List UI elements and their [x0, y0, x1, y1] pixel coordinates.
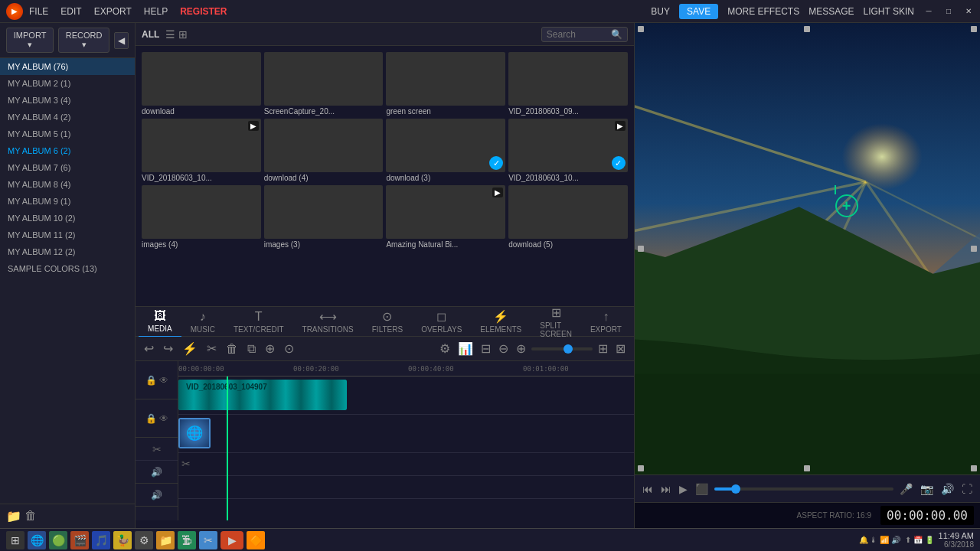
fullscreen-button[interactable]: ⛶: [960, 481, 974, 497]
track-eye-icon[interactable]: 👁: [159, 375, 168, 386]
snapshot-button[interactable]: 📷: [919, 481, 935, 497]
minimize-button[interactable]: ─: [923, 6, 934, 17]
volume-button[interactable]: 🔊: [939, 481, 956, 497]
timeline-grid-button[interactable]: ⊞: [596, 340, 610, 357]
nav-export[interactable]: ↑ EXPORT: [581, 307, 631, 337]
maximize-button[interactable]: □: [943, 6, 954, 17]
panel-collapse-button[interactable]: ◀: [114, 32, 129, 49]
record-button[interactable]: RECORD ▾: [58, 28, 109, 53]
zoom-out-button[interactable]: ⊖: [496, 340, 511, 357]
menu-edit[interactable]: EDIT: [60, 6, 81, 17]
media-item-vid3[interactable]: ▶ ✓ VID_20180603_10...: [508, 119, 628, 182]
media-item-images3[interactable]: images (3): [264, 185, 384, 249]
media-item-download[interactable]: download: [142, 52, 261, 116]
crosshair[interactable]: [835, 194, 858, 217]
media-item-vid1[interactable]: VID_20180603_09...: [508, 52, 628, 116]
track2-lock-icon[interactable]: 🔒: [145, 413, 157, 424]
nav-splitscreen[interactable]: ⊞ SPLIT SCREEN: [531, 302, 581, 341]
media-item-screencapture[interactable]: ScreenCapture_20...: [264, 52, 384, 116]
media-item-download5[interactable]: download (5): [508, 185, 628, 249]
album-item-3[interactable]: MY ALBUM 3 (4): [0, 92, 135, 109]
timeline-snap-button[interactable]: ⊠: [613, 340, 628, 357]
audio2-icon[interactable]: 🔊: [151, 490, 162, 500]
paste-button[interactable]: ⊕: [263, 340, 277, 357]
prev-frame-button[interactable]: ⏭: [659, 481, 673, 497]
taskbar-app1[interactable]: ▶: [220, 531, 243, 549]
track2-eye-icon[interactable]: 👁: [159, 413, 168, 424]
handle-bottom[interactable]: [804, 465, 810, 471]
corner-handle-tl[interactable]: [638, 26, 644, 32]
menu-file[interactable]: FILE: [29, 6, 48, 17]
handle-right[interactable]: [971, 246, 977, 252]
taskbar-chrome[interactable]: 🟢: [49, 531, 67, 549]
timeline-settings-button[interactable]: ⚙: [437, 340, 452, 357]
stop-button[interactable]: ⬛: [694, 481, 710, 497]
list-view-icon[interactable]: ☰: [165, 28, 175, 41]
album-item-4[interactable]: MY ALBUM 4 (2): [0, 109, 135, 126]
mic-button[interactable]: 🎤: [898, 481, 914, 497]
timeline-collapse-button[interactable]: ⊟: [479, 340, 493, 357]
copy-button[interactable]: ⧉: [245, 341, 258, 357]
timeline-view-button[interactable]: 📊: [456, 340, 475, 357]
handle-top[interactable]: [804, 26, 810, 32]
corner-handle-tr[interactable]: [971, 26, 977, 32]
album-item-5[interactable]: MY ALBUM 5 (1): [0, 126, 135, 142]
media-item-amazing[interactable]: ▶ Amazing Natural Bi...: [386, 185, 505, 249]
album-item-9[interactable]: MY ALBUM 9 (1): [0, 193, 135, 210]
all-filter[interactable]: ALL: [142, 29, 159, 40]
undo-button[interactable]: ↩: [142, 340, 156, 357]
album-item-12[interactable]: MY ALBUM 12 (2): [0, 243, 135, 260]
media-item-greenscreen[interactable]: green screen: [386, 52, 505, 116]
taskbar-editor[interactable]: ✂: [199, 531, 217, 549]
import-button[interactable]: IMPORT ▾: [6, 28, 54, 53]
album-item-my-album-76[interactable]: MY ALBUM (76): [0, 58, 135, 75]
zoom-in-button[interactable]: ⊕: [514, 340, 528, 357]
media-item-images4[interactable]: images (4): [142, 185, 261, 249]
audio1-icon[interactable]: 🔊: [151, 467, 162, 478]
album-item-10[interactable]: MY ALBUM 10 (2): [0, 210, 135, 227]
nav-elements[interactable]: ⚡ ELEMENTS: [471, 306, 531, 337]
skin-button[interactable]: LIGHT SKIN: [864, 6, 914, 17]
play-button[interactable]: ▶: [678, 481, 689, 497]
taskbar-ie[interactable]: 🌐: [28, 531, 46, 549]
search-input[interactable]: [547, 29, 608, 40]
album-item-2[interactable]: MY ALBUM 2 (1): [0, 75, 135, 92]
image-clip[interactable]: 🌐: [178, 418, 211, 448]
album-item-sample[interactable]: SAMPLE COLORS (13): [0, 260, 135, 277]
album-item-7[interactable]: MY ALBUM 7 (6): [0, 159, 135, 176]
taskbar-duck[interactable]: 🦆: [113, 531, 132, 549]
video-clip[interactable]: VID_20180603_104907: [178, 380, 347, 410]
go-start-button[interactable]: ⏮: [641, 481, 655, 497]
split-button[interactable]: ⚡: [180, 340, 200, 357]
menu-export[interactable]: EXPORT: [94, 6, 132, 17]
new-album-icon[interactable]: 📁: [6, 509, 21, 523]
zoom-slider[interactable]: [531, 347, 593, 350]
taskbar-archive[interactable]: 🗜: [178, 531, 196, 549]
nav-filters[interactable]: ⊙ FILTERS: [363, 306, 412, 337]
nav-music[interactable]: ♪ MUSIC: [181, 307, 224, 337]
message-button[interactable]: MESSAGE: [808, 6, 854, 17]
history-button[interactable]: ⊙: [282, 340, 296, 357]
nav-text[interactable]: T TEXT/CREDIT: [224, 307, 293, 337]
media-item-download4[interactable]: download (4): [264, 119, 384, 182]
taskbar-vlc[interactable]: 🔶: [247, 531, 265, 549]
album-item-6[interactable]: MY ALBUM 6 (2): [0, 142, 135, 159]
taskbar-media[interactable]: 🎬: [70, 531, 89, 549]
redo-button[interactable]: ↪: [161, 340, 175, 357]
playhead[interactable]: [227, 377, 228, 520]
buy-button[interactable]: BUY: [651, 6, 670, 17]
media-item-download3[interactable]: ✓ download (3): [386, 119, 505, 182]
taskbar-music[interactable]: 🎵: [92, 531, 110, 549]
corner-handle-bl[interactable]: [638, 465, 644, 471]
preview-progress-bar[interactable]: [714, 487, 893, 491]
album-item-8[interactable]: MY ALBUM 8 (4): [0, 176, 135, 193]
more-effects-button[interactable]: MORE EFFECTS: [727, 6, 799, 17]
menu-register[interactable]: REGISTER: [180, 6, 227, 17]
taskbar-explorer[interactable]: 📁: [156, 531, 175, 549]
nav-transitions[interactable]: ⟷ TRANSITIONS: [293, 306, 363, 337]
taskbar-start[interactable]: ⊞: [6, 531, 24, 549]
nav-overlays[interactable]: ◻ OVERLAYS: [412, 306, 471, 337]
delete-album-icon[interactable]: 🗑: [24, 509, 37, 523]
media-item-vid2[interactable]: ▶ VID_20180603_10...: [142, 119, 261, 182]
save-button[interactable]: SAVE: [679, 4, 718, 19]
